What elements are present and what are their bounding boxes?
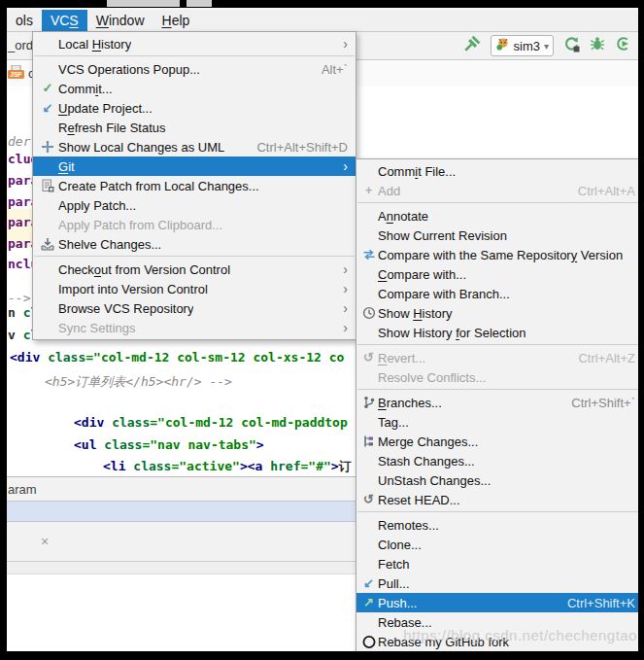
menu-item-label: Refresh File Status [58, 121, 166, 135]
menu-separator [34, 55, 355, 56]
menu-item-vcs-operations-popup[interactable]: VCS Operations Popup...Alt+` [33, 59, 356, 79]
menu-item-apply-patch[interactable]: Apply Patch... [33, 195, 356, 215]
menu-item-label: VCS Operations Popup... [58, 62, 200, 77]
menu-item-label: Push... [378, 596, 417, 610]
menu-item-clone[interactable]: Clone... [356, 535, 638, 554]
menu-item-push[interactable]: ↗Push...Ctrl+Shift+K [356, 593, 638, 612]
menu-item-label: Tag... [378, 415, 409, 430]
ide-window: olsVCSWindowHelp _ord [0, 0, 644, 660]
menu-item-label: Compare with Branch... [378, 287, 510, 301]
branch-icon [359, 396, 378, 410]
menu-item-commit[interactable]: ✓Commit... [33, 79, 356, 98]
menu-item-compare-with[interactable]: Compare with... [356, 264, 638, 284]
merge-icon [359, 434, 378, 449]
menu-item-label: Pull... [378, 576, 410, 591]
menubar-item-window[interactable]: Window [87, 10, 153, 31]
menu-item-label: Clone... [378, 538, 422, 552]
menu-item-shelve-changes[interactable]: Shelve Changes... [33, 234, 356, 254]
debug-bug-icon[interactable] [590, 36, 605, 55]
code-line: <li class="active"><a href="#">订 [103, 459, 352, 474]
menu-shortcut: Ctrl+Alt+A [560, 184, 635, 198]
menu-item-show-local-changes-as-uml[interactable]: Show Local Changes as UMLCtrl+Alt+Shift+… [33, 137, 356, 156]
window-top-fragment [186, 0, 212, 7]
menu-item-stash-changes[interactable]: Stash Changes... [356, 451, 638, 470]
menu-separator [357, 511, 638, 512]
code-line: <ul class="nav nav-tabs"> [74, 437, 264, 453]
tomcat-icon [495, 37, 510, 54]
push-icon: ↗ [359, 596, 378, 609]
menu-item-update-project[interactable]: ↙Update Project... [33, 98, 356, 118]
clock-icon [359, 306, 378, 321]
menu-item-label: Import into Version Control [58, 282, 208, 296]
menu-item-compare-with-branch[interactable]: Compare with Branch... [356, 284, 638, 303]
git-submenu-popup: Commit File...+AddCtrl+Alt+AAnnotateShow… [356, 158, 638, 651]
menu-item-local-history[interactable]: Local History› [33, 34, 356, 53]
menu-item-label: Show History for Selection [378, 326, 525, 340]
run-config-combo[interactable]: sim3 ▾ [491, 35, 554, 56]
menu-item-compare-with-the-same-repository-version[interactable]: Compare with the Same Repository Version [356, 245, 638, 264]
menu-item-remotes[interactable]: Remotes... [356, 515, 638, 535]
menu-item-label: Remotes... [378, 518, 439, 533]
compare-icon [359, 248, 378, 262]
rerun-icon[interactable] [563, 36, 580, 56]
menu-item-label: Browse VCS Repository [58, 301, 193, 316]
menu-item-label: Apply Patch... [58, 198, 136, 213]
menu-item-browse-vcs-repository[interactable]: Browse VCS Repository› [33, 298, 356, 318]
menu-item-label: Show Current Revision [378, 228, 507, 243]
menu-item-label: Compare with the Same Repository Version [378, 248, 623, 262]
menubar-item-ols[interactable]: ols [7, 10, 42, 31]
app-area: olsVCSWindowHelp _ord [7, 8, 638, 651]
menu-item-fetch[interactable]: Fetch [356, 554, 638, 573]
menu-item-annotate[interactable]: Annotate [356, 206, 638, 226]
menubar-item-help[interactable]: Help [153, 10, 199, 31]
submenu-arrow-icon: › [343, 282, 348, 295]
menu-item-label: Create Patch from Local Changes... [58, 179, 259, 193]
menu-bar: olsVCSWindowHelp [7, 10, 638, 32]
menu-item-label: Annotate [378, 209, 428, 224]
menu-item-apply-patch-from-clipboard[interactable]: Apply Patch from Clipboard... [33, 215, 356, 234]
menu-item-sync-settings[interactable]: Sync Settings› [33, 318, 356, 337]
menu-item-show-current-revision[interactable]: Show Current Revision [356, 226, 638, 245]
coverage-icon[interactable] [615, 36, 630, 55]
menu-item-create-patch-from-local-changes[interactable]: Create Patch from Local Changes... [33, 176, 356, 195]
menu-item-unstash-changes[interactable]: UnStash Changes... [356, 470, 638, 490]
shelve-icon [37, 237, 58, 252]
menu-item-show-history[interactable]: Show History [356, 303, 638, 323]
submenu-arrow-icon: › [343, 37, 348, 51]
code-line: <div class="col-md-12 col-sm-12 col-xs-1… [10, 350, 344, 365]
uml-icon [37, 140, 58, 155]
menu-shortcut: Ctrl+Shift+` [554, 396, 635, 410]
menu-item-commit-file[interactable]: Commit File... [356, 161, 638, 181]
svg-text:JSP: JSP [10, 71, 22, 78]
menu-item-show-history-for-selection[interactable]: Show History for Selection [356, 323, 638, 342]
check-icon: ✓ [37, 82, 58, 95]
navigation-bar-fragment[interactable]: _ord [8, 38, 33, 52]
menu-item-label: Apply Patch from Clipboard... [58, 218, 222, 232]
menu-shortcut: Alt+` [304, 62, 348, 77]
menu-item-add[interactable]: +AddCtrl+Alt+A [356, 181, 638, 200]
menu-item-tag[interactable]: Tag... [356, 412, 638, 432]
github-icon [359, 635, 378, 649]
code-line: <div class="col-md-12 col-md-paddtop [74, 415, 348, 431]
build-hammer-icon[interactable] [463, 35, 481, 56]
menu-item-checkout-from-version-control[interactable]: Checkout from Version Control› [33, 260, 356, 279]
menu-item-resolve-conflicts[interactable]: Resolve Conflicts... [356, 367, 638, 387]
patch-icon [37, 179, 58, 193]
menu-item-revert[interactable]: ↺Revert...Ctrl+Alt+Z [356, 348, 638, 367]
menu-item-branches[interactable]: Branches...Ctrl+Shift+` [356, 393, 638, 412]
menu-item-label: Reset HEAD... [378, 493, 460, 507]
menu-item-refresh-file-status[interactable]: Refresh File Status [33, 118, 356, 137]
menu-separator [34, 256, 355, 257]
menu-item-label: Git [58, 159, 75, 174]
close-icon[interactable]: × [41, 535, 49, 548]
submenu-arrow-icon: › [343, 321, 348, 334]
menu-item-reset-head[interactable]: ↺Reset HEAD... [356, 490, 638, 509]
menu-item-import-into-version-control[interactable]: Import into Version Control› [33, 279, 356, 298]
menu-item-merge-changes[interactable]: Merge Changes... [356, 432, 638, 451]
menu-separator [357, 202, 638, 203]
menu-item-label: Revert... [378, 351, 425, 365]
menu-item-git[interactable]: Git› [33, 156, 356, 176]
menu-shortcut: Ctrl+Alt+Z [560, 351, 635, 365]
menu-item-pull[interactable]: ↙Pull... [356, 573, 638, 593]
menubar-item-vcs[interactable]: VCS [42, 10, 87, 31]
